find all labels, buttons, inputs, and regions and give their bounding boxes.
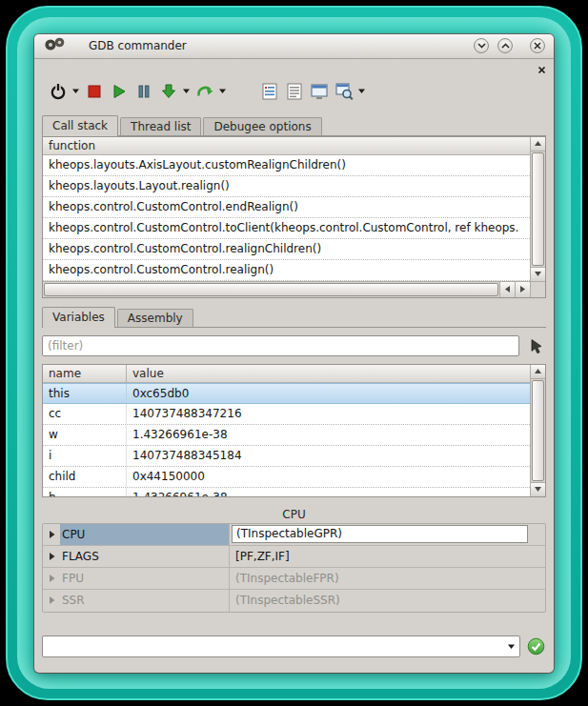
callstack-row[interactable]: kheops.control.CustomControl.endRealign(…	[43, 197, 530, 218]
maximize-button[interactable]	[497, 38, 513, 53]
power-button[interactable]	[46, 79, 71, 104]
pin-variable-button[interactable]	[525, 336, 546, 355]
triangle-down-icon	[535, 272, 541, 276]
tab[interactable]: Thread list	[120, 117, 201, 135]
step-into-dropdown-button[interactable]	[181, 79, 192, 104]
cpu-register-value[interactable]: (TInspectableSSR)	[230, 590, 545, 612]
continue-button[interactable]	[107, 79, 132, 104]
callstack-vertical-scrollbar[interactable]	[530, 137, 545, 281]
scroll-left-button[interactable]	[499, 282, 515, 297]
triangle-down-icon	[535, 487, 541, 492]
cpu-register-value[interactable]: (TInspectableFPR)	[230, 568, 545, 589]
variable-row[interactable]: cc 140737488347216	[43, 404, 530, 425]
callstack-rows: kheops.layouts.AxisLayout.customRealignC…	[43, 155, 530, 281]
monitor-icon	[309, 81, 330, 102]
cpu-register-row[interactable]: SSR (TInspectableSSR)	[43, 590, 545, 612]
callstack-row[interactable]: kheops.control.CustomControl.realign()	[43, 260, 530, 281]
command-combobox[interactable]	[42, 635, 520, 657]
cpu-register-row[interactable]: FLAGS [PF,ZF,IF]	[43, 546, 545, 568]
expand-arrow-icon[interactable]	[43, 590, 60, 612]
variable-name: this	[43, 384, 127, 403]
scrollbar-corner	[530, 281, 545, 297]
cpu-register-name: SSR	[60, 590, 230, 612]
window-magnifier-icon	[334, 81, 355, 102]
tab[interactable]: Variables	[42, 307, 115, 328]
command-log-button[interactable]	[282, 79, 307, 104]
scroll-down-button[interactable]	[531, 482, 545, 496]
stop-button[interactable]	[82, 79, 107, 104]
scrollbar-thumb[interactable]	[532, 380, 544, 481]
triangle-up-icon	[535, 369, 541, 373]
variable-row[interactable]: child 0x44150000	[43, 467, 530, 488]
target-window-button[interactable]	[307, 79, 332, 104]
scroll-right-button[interactable]	[515, 282, 530, 297]
variable-row[interactable]: w 1.43266961e-38	[43, 425, 530, 446]
callstack-row[interactable]: kheops.layouts.Layout.realign()	[43, 176, 530, 197]
scroll-up-button[interactable]	[531, 365, 545, 379]
expand-arrow-icon[interactable]	[43, 568, 60, 589]
dock-close-button[interactable]	[537, 60, 546, 78]
step-over-dropdown-button[interactable]	[217, 79, 228, 104]
variables-header-row: name value	[43, 365, 530, 383]
variable-value: 1.43266961e-38	[127, 488, 530, 496]
desktop-background: GDB commander	[6, 6, 582, 700]
variable-row[interactable]: b 1.43266961e-38	[43, 488, 530, 496]
command-input[interactable]	[43, 639, 502, 653]
name-column-header: name	[43, 365, 127, 382]
callstack-horizontal-scrollbar[interactable]	[43, 281, 530, 297]
filter-row	[42, 335, 546, 356]
tab[interactable]: Assembly	[117, 309, 193, 327]
callstack-function: kheops.control.CustomControl.realignChil…	[49, 242, 321, 255]
scrollbar-thumb[interactable]	[532, 152, 544, 266]
callstack-function: kheops.control.CustomControl.endRealign(…	[49, 200, 298, 213]
combobox-dropdown-button[interactable]	[502, 636, 519, 656]
step-into-button[interactable]	[156, 79, 181, 104]
step-over-button[interactable]	[193, 79, 217, 104]
variable-row[interactable]: i 140737488345184	[43, 446, 530, 467]
variable-row[interactable]: this 0xc65db0	[43, 383, 530, 404]
desktop-glow: GDB commander	[17, 17, 571, 689]
expand-arrow-icon[interactable]	[43, 524, 60, 545]
power-icon	[48, 81, 69, 102]
titlebar[interactable]: GDB commander	[34, 34, 554, 59]
check-circle-icon	[527, 637, 545, 656]
filter-input[interactable]	[42, 335, 519, 356]
inspect-dropdown-button[interactable]	[356, 79, 367, 104]
document-icon	[284, 81, 305, 102]
callstack-row[interactable]: kheops.layouts.AxisLayout.customRealignC…	[43, 155, 530, 176]
caret-down-icon	[182, 88, 191, 94]
close-button[interactable]	[530, 38, 545, 53]
inspect-window-button[interactable]	[332, 79, 356, 104]
debug-toolbar	[46, 78, 546, 105]
play-icon	[109, 81, 130, 102]
tab[interactable]: Call stack	[42, 115, 118, 136]
cpu-register-value[interactable]: (TInspectableGPR)	[230, 524, 545, 545]
cpu-inspector: CPU (TInspectableGPR) FLAGS [PF,ZF,IF] F…	[42, 523, 546, 613]
shade-button[interactable]	[474, 38, 489, 53]
variables-rows: this 0xc65db0 cc 140737488347216 w 1.432…	[43, 383, 530, 496]
pause-icon	[133, 81, 154, 102]
command-row	[42, 635, 546, 657]
tab[interactable]: Debugee options	[203, 117, 321, 135]
power-dropdown-button[interactable]	[71, 79, 81, 104]
tab-label: Assembly	[128, 312, 183, 325]
message-list-button[interactable]	[257, 79, 282, 104]
variables-vertical-scrollbar[interactable]	[530, 365, 545, 496]
scroll-up-button[interactable]	[531, 137, 545, 151]
variables-table: name value this 0xc65db0 cc 140737488347…	[43, 365, 530, 496]
cpu-groupbox: CPU CPU (TInspectableGPR) FLAGS [PF,ZF,I…	[42, 507, 546, 613]
scrollbar-thumb[interactable]	[44, 283, 498, 296]
scroll-down-button[interactable]	[531, 267, 545, 281]
send-command-button[interactable]	[526, 636, 546, 656]
cpu-register-value[interactable]: [PF,ZF,IF]	[230, 546, 545, 567]
pause-button[interactable]	[132, 79, 156, 104]
expand-arrow-icon[interactable]	[43, 546, 60, 567]
variable-value: 140737488345184	[127, 446, 530, 466]
cpu-register-row[interactable]: CPU (TInspectableGPR)	[43, 524, 545, 546]
chevron-up-icon	[501, 43, 510, 49]
caret-down-icon	[71, 88, 80, 94]
cpu-register-row[interactable]: FPU (TInspectableFPR)	[43, 568, 545, 590]
caret-down-icon	[507, 643, 516, 650]
callstack-row[interactable]: kheops.control.CustomControl.realignChil…	[43, 239, 530, 260]
callstack-row[interactable]: kheops.control.CustomControl.toClient(kh…	[43, 218, 530, 239]
